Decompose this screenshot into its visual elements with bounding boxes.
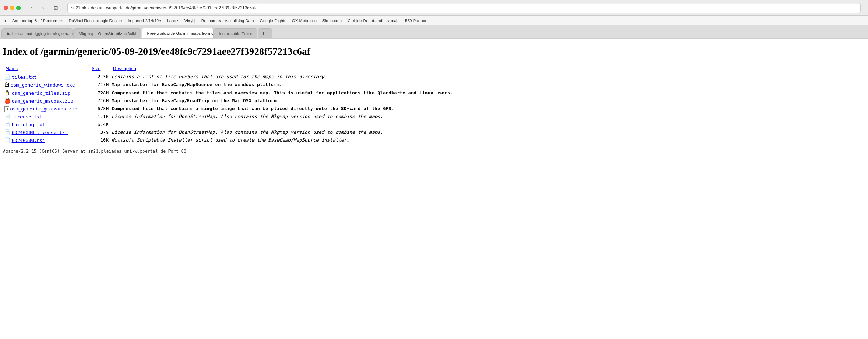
file-size-cell: 379 [89, 128, 110, 136]
file-description: Compressed file that contains the tiles … [112, 90, 453, 95]
file-name-cell: 📄 63240000.nsi [3, 136, 89, 144]
file-desc-cell: License information for OpenStreetMap. A… [110, 128, 861, 136]
col-header-description[interactable]: Description [110, 64, 861, 73]
back-button[interactable]: ‹ [26, 3, 36, 13]
table-row: μ osm_generic_gmapsupp.zip 678M Compress… [3, 105, 861, 113]
file-size-cell: 16K [89, 136, 110, 144]
bookmark-slooh[interactable]: Slooh.com [320, 18, 344, 24]
file-description: Nullsoft Scriptable Installer script use… [112, 137, 349, 143]
bookmark-another-tap[interactable]: Another tap &...f Penturners [10, 18, 65, 24]
sidebar-button[interactable]: ⊡ [51, 3, 61, 13]
table-row: 📄 buildlog.txt 6.4K [3, 121, 861, 128]
file-description: License information for OpenStreetMap. A… [112, 129, 383, 135]
file-description: Contains a list of tile numbers that are… [112, 74, 327, 79]
col-header-size[interactable]: Size [89, 64, 110, 73]
file-desc-cell: Contains a list of tile numbers that are… [110, 73, 861, 81]
file-description: License information for OpenStreetMap. A… [112, 114, 383, 119]
page-content: Index of /garmin/generic/05-09-2019/ee48… [0, 39, 868, 161]
file-table: Name Size Description 📄 tiles.txt 2.3K C… [3, 64, 861, 144]
bookmark-davinci[interactable]: DaVinci Reso...magic Design [67, 18, 124, 24]
file-size-cell: 678M [89, 105, 110, 113]
bookmark-resources[interactable]: Resources - V...ualising Data [199, 18, 256, 24]
file-desc-cell: Nullsoft Scriptable Installer script use… [110, 136, 861, 144]
file-desc-cell: Compressed file that contains a single i… [110, 105, 861, 113]
traffic-lights [4, 6, 21, 10]
bookmark-google-flights[interactable]: Google Flights [258, 18, 288, 24]
file-size-cell: 2.3K [89, 73, 110, 81]
desc-sort-link[interactable]: Description [113, 66, 136, 71]
bookmark-550-para[interactable]: 550 Paraco [403, 18, 428, 24]
file-name-cell: 📄 license.txt [3, 113, 89, 121]
table-row: 🖼 osm_generic_windows.exe 717M Map insta… [3, 81, 861, 89]
bookmarks-bar: ⠿ Another tap &...f Penturners DaVinci R… [0, 16, 868, 26]
file-name-cell: 🐧 osm_generic_tiles.zip [3, 89, 89, 97]
file-name-cell: μ osm_generic_gmapsupp.zip [3, 105, 89, 113]
file-link[interactable]: 63240000_license.txt [12, 130, 68, 135]
page-title: Index of /garmin/generic/05-09-2019/ee48… [3, 46, 861, 57]
nav-arrows: ‹ › [26, 3, 48, 13]
file-name-cell: 📄 tiles.txt [3, 73, 89, 81]
file-icon: 📄 [4, 129, 10, 135]
file-icon: 🐧 [4, 90, 10, 96]
table-row: 🐧 osm_generic_tiles.zip 728M Compressed … [3, 89, 861, 97]
bookmark-land[interactable]: Land▾ [165, 18, 181, 24]
address-bar[interactable]: sn21.pleiades.uni-wuppertal.de/garmin/ge… [67, 3, 861, 13]
name-sort-link[interactable]: Name [6, 66, 18, 71]
col-header-name[interactable]: Name [3, 64, 89, 73]
file-link[interactable]: osm_generic_tiles.zip [12, 90, 70, 96]
file-description: Compressed file that contains a single i… [112, 106, 394, 111]
file-link[interactable]: buildlog.txt [12, 122, 45, 127]
file-size-cell: 1.1K [89, 113, 110, 121]
bookmark-vinyl[interactable]: Vinyl | [182, 18, 198, 24]
minimize-button[interactable] [10, 6, 14, 10]
file-size-cell: 716M [89, 97, 110, 105]
table-row: 📄 tiles.txt 2.3K Contains a list of tile… [3, 73, 861, 81]
file-icon: 🍎 [4, 98, 10, 104]
file-link[interactable]: 63240000.nsi [12, 138, 45, 143]
file-desc-cell: Compressed file that contains the tiles … [110, 89, 861, 97]
file-name-cell: 📄 63240000_license.txt [3, 128, 89, 136]
file-link[interactable]: tiles.txt [12, 74, 37, 80]
file-icon: 📄 [4, 122, 10, 127]
file-icon: 🖼 [4, 82, 9, 88]
file-size-cell: 728M [89, 89, 110, 97]
table-row: 📄 63240000.nsi 16K Nullsoft Scriptable I… [3, 136, 861, 144]
apps-icon[interactable]: ⠿ [3, 18, 6, 24]
file-desc-cell [110, 121, 861, 128]
file-desc-cell: Map installer for BaseCamp/MapSource on … [110, 81, 861, 89]
tab-3[interactable]: Free worldwide Garmin maps from OpenStre… [142, 28, 213, 38]
bookmark-carbide[interactable]: Carbide Depot...rofessionals [345, 18, 401, 24]
file-desc-cell: License information for OpenStreetMap. A… [110, 113, 861, 121]
file-link[interactable]: license.txt [12, 114, 43, 119]
forward-button[interactable]: › [38, 3, 48, 13]
url-text: sn21.pleiades.uni-wuppertal.de/garmin/ge… [71, 5, 256, 10]
size-sort-link[interactable]: Size [92, 66, 100, 71]
tab-4[interactable]: Instructable Editor [213, 28, 257, 38]
file-link[interactable]: osm_generic_gmapsupp.zip [10, 106, 77, 112]
file-size-cell: 6.4K [89, 121, 110, 128]
bookmark-imported[interactable]: Imported 2/14/19▾ [125, 18, 163, 24]
close-button[interactable] [4, 6, 8, 10]
tab-5[interactable]: In [258, 28, 272, 38]
file-size-cell: 717M [89, 81, 110, 89]
file-name-cell: 📄 buildlog.txt [3, 121, 89, 128]
file-icon: 📄 [4, 74, 10, 80]
file-description: Map installer for BaseCamp/MapSource on … [112, 82, 282, 87]
table-row: 📄 63240000_license.txt 379 License infor… [3, 128, 861, 136]
table-row: 🍎 osm_generic_macosx.zip 716M Map instal… [3, 97, 861, 105]
title-bar: ‹ › ⊡ sn21.pleiades.uni-wuppertal.de/gar… [0, 0, 868, 16]
table-row: 📄 license.txt 1.1K License information f… [3, 113, 861, 121]
tab-2[interactable]: Mkgmap - OpenStreetMap Wiki [73, 28, 141, 38]
file-link[interactable]: osm_generic_macosx.zip [12, 98, 73, 104]
tabs-bar: trailer sailboat rigging for single hand… [0, 26, 868, 39]
file-link[interactable]: osm_generic_windows.exe [11, 82, 75, 88]
maximize-button[interactable] [16, 6, 21, 10]
file-icon: μ [4, 106, 9, 112]
file-icon: 📄 [4, 137, 10, 143]
file-description: Map installer for BaseCamp/RoadTrip on t… [112, 98, 280, 103]
tab-1[interactable]: trailer sailboat rigging for single hand… [1, 28, 73, 38]
file-desc-cell: Map installer for BaseCamp/RoadTrip on t… [110, 97, 861, 105]
file-name-cell: 🍎 osm_generic_macosx.zip [3, 97, 89, 105]
bookmark-ox-metal[interactable]: OX Metal cnc [290, 18, 319, 24]
file-name-cell: 🖼 osm_generic_windows.exe [3, 81, 89, 89]
